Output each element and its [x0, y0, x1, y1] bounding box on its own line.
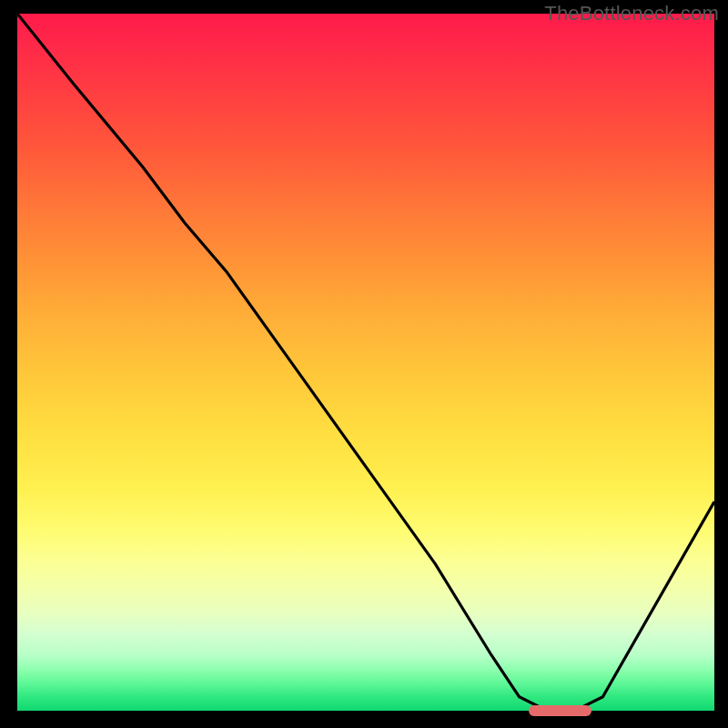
watermark-text: TheBottleneck.com	[544, 2, 719, 25]
plot-area	[14, 14, 714, 714]
optimal-marker	[529, 705, 592, 716]
bottleneck-curve	[17, 14, 714, 711]
